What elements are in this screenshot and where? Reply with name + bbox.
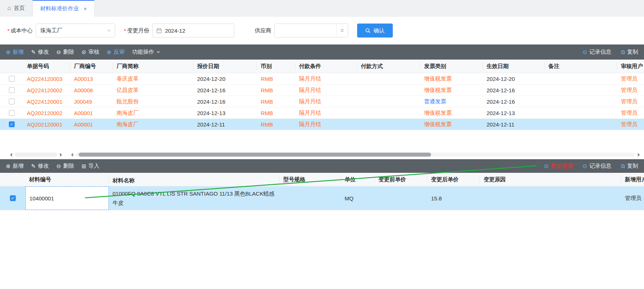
record-info-icon: ⊙ — [583, 163, 587, 169]
header-checkbox-cell — [0, 176, 25, 183]
data-trace-button[interactable]: ⊙ 数据追溯 — [544, 163, 573, 170]
copy-label: 复制 — [627, 49, 638, 56]
delete-button[interactable]: ⊖ 删除 — [56, 49, 74, 56]
cell-vendor_no: A00008 — [70, 87, 113, 93]
col-header-remark[interactable]: 备注 — [545, 63, 617, 70]
table-row[interactable]: AQ202120001A00001南海皮厂2024-12-11RMB隔月月结增值… — [0, 119, 644, 130]
tab-home-label: 首页 — [14, 5, 25, 12]
row-checkbox[interactable] — [9, 99, 15, 104]
col-header-add_user[interactable]: 新增用户 — [621, 176, 644, 183]
table-row[interactable]: AQ224120002A00008亿昌皮革2024-12-16RMB隔月月结增值… — [0, 85, 644, 96]
tab-active-label: 材料标准价作业 — [40, 5, 79, 12]
table-row[interactable]: AQ202120002A00001南海皮厂2024-12-13RMB隔月月结增值… — [0, 107, 644, 119]
col-header-effective_date[interactable]: 生效日期 — [483, 63, 545, 70]
cell-currency: RMB — [257, 121, 295, 128]
frozen-columns-scrollbar[interactable] — [8, 151, 64, 158]
supplier-input-box: = — [274, 24, 348, 38]
document-table-header: 单据号码厂商编号厂商简称报价日期币别付款条件付款方式发票类别生效日期备注审核用户 — [0, 60, 644, 73]
modify-button[interactable]: ✎ 修改 — [31, 163, 49, 170]
col-header-price_before[interactable]: 变更前单价 — [375, 176, 427, 183]
tab-home[interactable]: ⌂ 首页 — [0, 0, 32, 16]
audit-label: 审核 — [88, 49, 99, 56]
cell-vendor_no: A00001 — [70, 121, 113, 128]
record-info-button[interactable]: ⊙ 记录信息 — [583, 163, 612, 170]
row-checkbox[interactable] — [9, 110, 15, 116]
record-info-button[interactable]: ⊙ 记录信息 — [583, 49, 612, 56]
import-button[interactable]: ⊞ 导入 — [82, 163, 100, 170]
unaudit-button[interactable]: ⊗ 反审 — [107, 49, 125, 56]
add-icon: ⊕ — [6, 163, 11, 169]
col-header-pay_method[interactable]: 付款方式 — [357, 63, 420, 70]
col-header-invoice_type[interactable]: 发票类别 — [420, 63, 483, 70]
supplier-label: 供应商 — [255, 27, 271, 34]
main-horizontal-scrollbar[interactable] — [69, 151, 642, 158]
row-checkbox[interactable] — [9, 76, 15, 82]
cell-invoice_type: 增值税发票 — [420, 110, 483, 117]
cell-quote_date: 2024-12-16 — [193, 87, 257, 93]
row-checkbox[interactable] — [9, 121, 15, 127]
table-row[interactable]: 1040000101000FQ 9A0C8 VTL LIS STR SANTIA… — [0, 186, 644, 210]
table-row[interactable]: AQ224120001J00049瓯北股份2024-12-16RMB隔月月结普通… — [0, 96, 644, 107]
required-mark: * — [124, 28, 126, 34]
cell-invoice_type: 增值税发票 — [420, 87, 483, 94]
cell-pay_terms: 隔月月结 — [295, 87, 357, 94]
delete-button[interactable]: ⊖ 删除 — [56, 163, 74, 170]
required-mark: * — [7, 28, 10, 34]
toolbar-top-right: ⊙ 记录信息 ⧉ 复制 — [583, 49, 638, 56]
add-label: 新增 — [13, 163, 24, 170]
add-button[interactable]: ⊕ 新增 — [6, 49, 24, 56]
tab-close-icon[interactable]: × — [83, 6, 87, 12]
scroll-right-arrow[interactable] — [58, 152, 64, 158]
col-header-vendor_no[interactable]: 厂商编号 — [70, 63, 113, 70]
audit-button[interactable]: ⊘ 审核 — [82, 49, 100, 56]
col-header-pay_terms[interactable]: 付款条件 — [295, 63, 357, 70]
tab-material-standard-price[interactable]: 材料标准价作业 × — [32, 0, 95, 17]
modify-button[interactable]: ✎ 修改 — [31, 49, 49, 56]
app-screen: ⌂ 首页 材料标准价作业 × * 成本中心 珠海工厂 * 变更月份 2024-1… — [0, 0, 644, 289]
minus-circle-icon: ⊖ — [56, 49, 61, 55]
cell-quote_date: 2024-12-16 — [193, 99, 257, 105]
col-header-vendor_name[interactable]: 厂商简称 — [113, 63, 193, 70]
record-info-label: 记录信息 — [589, 49, 611, 56]
change-month-input[interactable]: 2024-12 — [152, 24, 234, 38]
col-header-doc_no[interactable]: 单据号码 — [23, 63, 70, 70]
audit-icon: ⊘ — [82, 49, 86, 55]
col-header-quote_date[interactable]: 报价日期 — [193, 63, 257, 70]
scrollbar-track[interactable] — [15, 153, 57, 157]
col-header-spec[interactable]: 型号规格 — [280, 176, 341, 183]
scroll-left-arrow[interactable] — [69, 152, 75, 158]
col-header-material_name[interactable]: 材料名称 — [109, 176, 280, 183]
col-header-currency[interactable]: 币别 — [257, 63, 295, 70]
home-icon: ⌂ — [7, 4, 11, 12]
cost-center-select[interactable]: 珠海工厂 — [36, 24, 115, 38]
copy-button[interactable]: ⧉ 复制 — [621, 49, 638, 56]
scroll-right-arrow[interactable] — [636, 152, 642, 158]
confirm-button[interactable]: 确认 — [357, 24, 393, 38]
cell-pay_terms: 隔月月结 — [295, 75, 357, 82]
cell-doc_no: AQ202120002 — [23, 110, 70, 116]
add-button[interactable]: ⊕ 新增 — [6, 163, 24, 170]
row-checkbox[interactable] — [10, 195, 16, 201]
cell-effective_date: 2024-12-16 — [483, 99, 545, 105]
function-ops-button[interactable]: 功能操作 — [132, 49, 160, 56]
cell-pay_terms: 隔月月结 — [295, 121, 357, 128]
match-operator-icon[interactable]: = — [336, 24, 348, 37]
cell-pay_terms: 隔月月结 — [295, 110, 357, 117]
col-header-audit_user[interactable]: 审核用户 — [617, 63, 644, 70]
row-checkbox[interactable] — [9, 87, 15, 93]
toolbar-top: ⊕ 新增 ✎ 修改 ⊖ 删除 ⊘ 审核 ⊗ 反审 功能操作 ⊙ 记录信息 — [0, 44, 644, 60]
cell-vendor_name: 泰庆皮革 — [113, 75, 193, 82]
col-header-unit[interactable]: 单位 — [341, 176, 375, 183]
table-row[interactable]: AQ224120003A00013泰庆皮革2024-12-20RMB隔月月结增值… — [0, 73, 644, 85]
copy-button[interactable]: ⧉ 复制 — [621, 163, 638, 170]
col-header-price_after[interactable]: 变更后单价 — [427, 176, 480, 183]
scroll-left-arrow[interactable] — [8, 152, 14, 158]
col-header-material_no[interactable]: 材料编号 — [25, 176, 109, 183]
col-header-reason[interactable]: 变更原因 — [480, 176, 621, 183]
scrollbar-thumb[interactable] — [79, 153, 431, 157]
chevron-down-icon — [107, 28, 111, 33]
cell-invoice_type: 增值税发票 — [420, 75, 483, 82]
supplier-input[interactable] — [275, 24, 336, 37]
scrollbar-track[interactable] — [76, 153, 635, 157]
import-label: 导入 — [88, 163, 99, 170]
